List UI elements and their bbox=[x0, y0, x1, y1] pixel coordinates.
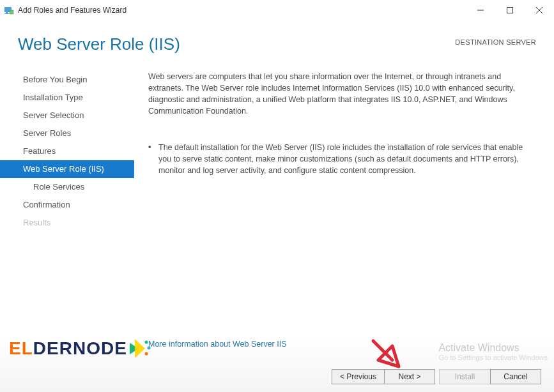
svg-rect-3 bbox=[10, 10, 13, 14]
wizard-content: Web servers are computers that let you s… bbox=[134, 71, 554, 347]
content-bullet-1: • The default installation for the Web S… bbox=[148, 142, 535, 176]
more-info-link[interactable]: More information about Web Server IIS bbox=[148, 340, 287, 349]
svg-rect-1 bbox=[6, 12, 8, 13]
wizard-header: Web Server Role (IIS) DESTINATION SERVER bbox=[0, 20, 554, 59]
install-button: Install bbox=[439, 369, 490, 384]
sidebar-item-results: Results bbox=[0, 214, 134, 232]
sidebar-item-before-you-begin[interactable]: Before You Begin bbox=[0, 71, 134, 89]
close-button[interactable] bbox=[525, 0, 554, 20]
bullet-text: The default installation for the Web Ser… bbox=[158, 142, 535, 176]
svg-rect-5 bbox=[507, 8, 513, 13]
server-manager-icon bbox=[4, 5, 14, 15]
svg-point-12 bbox=[144, 352, 148, 356]
window-titlebar: Add Roles and Features Wizard bbox=[0, 0, 554, 20]
svg-point-11 bbox=[147, 347, 150, 350]
svg-marker-9 bbox=[135, 339, 145, 358]
cancel-button[interactable]: Cancel bbox=[490, 369, 541, 384]
window-title: Add Roles and Features Wizard bbox=[18, 6, 466, 15]
sidebar-item-web-server-role[interactable]: Web Server Role (IIS) bbox=[0, 160, 134, 178]
bullet-icon: • bbox=[148, 142, 155, 176]
sidebar-item-installation-type[interactable]: Installation Type bbox=[0, 89, 134, 107]
sidebar-item-role-services[interactable]: Role Services bbox=[0, 178, 134, 196]
logo-part-el: EL bbox=[9, 338, 33, 359]
content-intro-text: Web servers are computers that let you s… bbox=[148, 71, 535, 117]
sidebar-item-server-selection[interactable]: Server Selection bbox=[0, 107, 134, 124]
previous-button[interactable]: < Previous bbox=[332, 369, 384, 384]
next-button[interactable]: Next > bbox=[384, 369, 435, 384]
eldernode-logo: ELDERNODE bbox=[9, 338, 151, 359]
logo-part-der: DER bbox=[33, 338, 73, 359]
wizard-sidebar: Before You Begin Installation Type Serve… bbox=[0, 71, 134, 347]
watermark-sub: Go to Settings to activate Windows bbox=[438, 354, 548, 361]
wizard-body: Before You Begin Installation Type Serve… bbox=[0, 59, 554, 347]
sidebar-item-confirmation[interactable]: Confirmation bbox=[0, 196, 134, 214]
svg-rect-2 bbox=[4, 13, 9, 14]
action-button-group: Install Cancel bbox=[439, 369, 541, 384]
minimize-button[interactable] bbox=[466, 0, 495, 20]
logo-decor-icon bbox=[128, 339, 151, 358]
nav-button-group: < Previous Next > bbox=[332, 369, 435, 384]
sidebar-item-server-roles[interactable]: Server Roles bbox=[0, 124, 134, 142]
maximize-button[interactable] bbox=[495, 0, 525, 20]
wizard-footer: < Previous Next > Install Cancel bbox=[332, 369, 541, 384]
sidebar-item-features[interactable]: Features bbox=[0, 142, 134, 160]
svg-point-10 bbox=[144, 341, 148, 344]
page-title: Web Server Role (IIS) bbox=[18, 34, 180, 54]
logo-part-node: NODE bbox=[73, 338, 127, 359]
destination-server-label: DESTINATION SERVER bbox=[455, 34, 536, 46]
window-controls bbox=[466, 0, 554, 20]
